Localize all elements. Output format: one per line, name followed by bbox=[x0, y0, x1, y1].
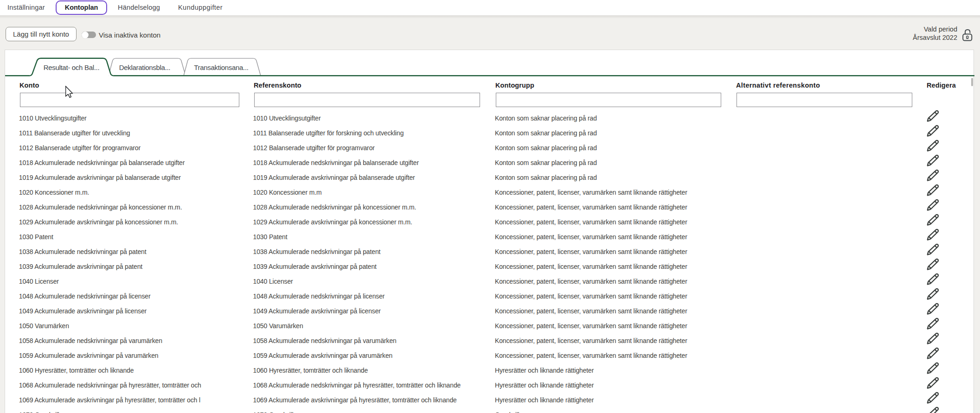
svg-text:Transaktionsana...: Transaktionsana... bbox=[194, 64, 248, 71]
svg-text:Deklarationsbla...: Deklarationsbla... bbox=[119, 64, 171, 71]
svg-text:Resultat- och Bal...: Resultat- och Bal... bbox=[44, 64, 100, 71]
